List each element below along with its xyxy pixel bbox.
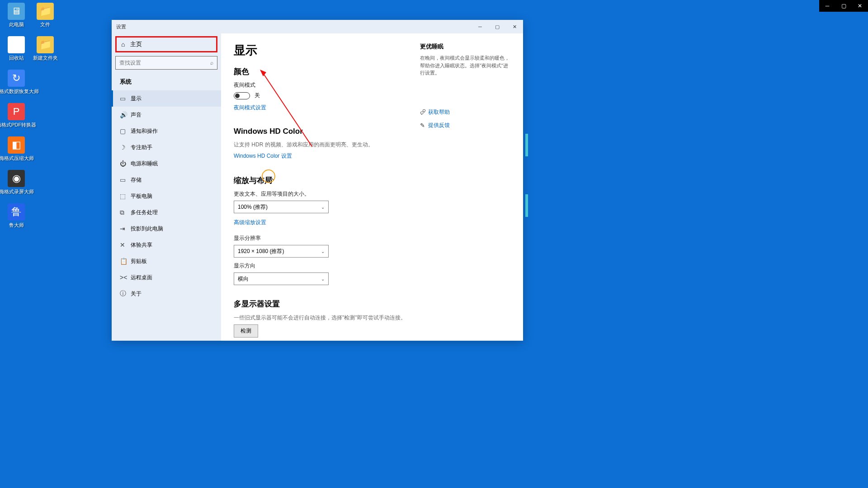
desktop-icon-files[interactable]: 📁文件 — [32, 3, 59, 28]
sidebar: ⌂ 主页 ⌕ 系统 ▭显示🔊声音▢通知和操作☽专注助手⏻电源和睡眠▭存储⬚平板电… — [112, 33, 221, 341]
night-mode-label: 夜间模式 — [234, 81, 411, 89]
page-title: 显示 — [234, 42, 411, 58]
recycle-icon: 🗑 — [8, 36, 25, 53]
recover-icon: ↻ — [8, 70, 25, 87]
search-input-wrap[interactable]: ⌕ — [115, 56, 217, 70]
display-icon: ▭ — [120, 95, 131, 102]
os-close-icon[interactable]: ✕ — [852, 0, 868, 12]
desktop-icon-label: 新建文件夹 — [33, 55, 58, 61]
minimize-icon[interactable]: ─ — [472, 20, 489, 33]
orientation-label: 显示方向 — [234, 262, 411, 270]
sidebar-item-about[interactable]: ⓘ关于 — [112, 286, 221, 302]
sidebar-item-focus[interactable]: ☽专注助手 — [112, 139, 221, 155]
sidebar-item-multitask[interactable]: ⧉多任务处理 — [112, 204, 221, 221]
close-icon[interactable]: ✕ — [506, 20, 523, 33]
section-color: 颜色 — [234, 66, 411, 77]
sidebar-item-label: 显示 — [131, 95, 142, 103]
chevron-down-icon: ⌄ — [321, 205, 325, 210]
sidebar-item-notifications[interactable]: ▢通知和操作 — [112, 123, 221, 139]
desktop-icon-label: 此电脑 — [9, 21, 24, 28]
accent-decor — [525, 194, 528, 217]
hd-desc: 让支持 HDR 的视频、游戏和应用的画面更明亮、更生动。 — [234, 141, 411, 149]
detect-button[interactable]: 检测 — [234, 324, 258, 338]
desktop-icon-label: 嗨格式数据恢复大师 — [0, 88, 39, 95]
remote-icon: >< — [120, 274, 131, 281]
desktop-icon-recycle[interactable]: 🗑回收站 — [3, 36, 30, 61]
desktop-icon-lu[interactable]: 鲁鲁大师 — [3, 203, 30, 229]
sidebar-item-label: 远程桌面 — [131, 274, 152, 282]
section-hd-color: Windows HD Color — [234, 127, 411, 136]
focus-icon: ☽ — [120, 144, 131, 151]
night-mode-settings-link[interactable]: 夜间模式设置 — [234, 104, 266, 112]
resolution-dropdown[interactable]: 868 × 488 (推荐) ⌄ — [234, 245, 329, 258]
sidebar-section-header: 系统 — [112, 74, 221, 90]
maximize-icon[interactable]: ▢ — [489, 20, 506, 33]
accent-decor — [525, 134, 528, 156]
chevron-down-icon: ⌄ — [321, 277, 325, 282]
recorder-icon: ◉ — [8, 170, 25, 187]
sidebar-item-shared[interactable]: ✕体验共享 — [112, 237, 221, 253]
content-aside: 更优睡眠 在晚间，夜间模式会显示较柔和的暖色，帮助你进入睡眠状态。选择"夜间模式… — [420, 42, 510, 336]
scale-dropdown[interactable]: 100% (推荐) ⌄ — [234, 201, 329, 213]
sidebar-item-label: 剪贴板 — [131, 258, 147, 265]
scale-value: 100% (推荐) — [238, 203, 268, 211]
get-help-link[interactable]: 🗪 获取帮助 — [420, 108, 510, 116]
home-button[interactable]: ⌂ 主页 — [115, 36, 217, 52]
newfolder-icon: 📁 — [37, 36, 54, 53]
tablet-icon: ⬚ — [120, 192, 131, 200]
sidebar-item-power[interactable]: ⏻电源和睡眠 — [112, 155, 221, 172]
desktop-icon-recover[interactable]: ↻嗨格式数据恢复大师 — [3, 70, 30, 95]
orientation-value: 横向 — [238, 275, 249, 283]
desktop-icon-label: 嗨格式录屏大师 — [0, 188, 34, 195]
sidebar-item-remote[interactable]: ><远程桌面 — [112, 269, 221, 286]
desktop-icon-recorder[interactable]: ◉嗨格式录屏大师 — [3, 170, 30, 195]
help-icon: 🗪 — [420, 109, 428, 116]
sidebar-item-label: 平板电脑 — [131, 192, 152, 200]
sidebar-item-project[interactable]: ⇥投影到此电脑 — [112, 221, 221, 237]
desktop-icon-pc[interactable]: 🖥此电脑 — [3, 3, 30, 28]
night-mode-toggle[interactable] — [234, 92, 250, 99]
titlebar: 设置 ─ ▢ ✕ — [112, 20, 523, 33]
sidebar-item-sound[interactable]: 🔊声音 — [112, 107, 221, 123]
os-maximize-icon[interactable]: ▢ — [835, 0, 852, 12]
desktop-icon-label: 文件 — [40, 21, 50, 28]
clipboard-icon: 📋 — [120, 258, 131, 265]
home-label: 主页 — [130, 40, 142, 48]
shared-icon: ✕ — [120, 241, 131, 249]
desktop-icon-compress[interactable]: ◧嗨格式压缩大师 — [3, 136, 30, 162]
hd-color-link[interactable]: Windows HD Color 设置 — [234, 152, 292, 160]
content-main: 显示 颜色 夜间模式 关 夜间模式设置 Windows HD Color 让支持… — [234, 42, 411, 336]
desktop-icon-pdf[interactable]: P嗨格式PDF转换器 — [3, 103, 30, 128]
desktop-column-2: 📁文件📁新建文件夹 — [32, 3, 59, 70]
sidebar-item-label: 专注助手 — [131, 144, 152, 151]
search-input[interactable] — [119, 60, 210, 66]
sidebar-item-label: 关于 — [131, 290, 142, 298]
sidebar-item-clipboard[interactable]: 📋剪贴板 — [112, 253, 221, 269]
os-window-controls: ─ ▢ ✕ — [819, 0, 868, 12]
scale-label: 更改文本、应用等项目的大小。 — [234, 190, 411, 198]
sidebar-item-storage[interactable]: ▭存储 — [112, 172, 221, 188]
feedback-link[interactable]: ✎ 提供反馈 — [420, 122, 510, 129]
aside-sleep-title: 更优睡眠 — [420, 42, 510, 51]
files-icon: 📁 — [37, 3, 54, 20]
desktop-icon-newfolder[interactable]: 📁新建文件夹 — [32, 36, 59, 61]
sidebar-item-display[interactable]: ▭显示 — [112, 90, 221, 107]
desktop-icon-label: 嗨格式PDF转换器 — [0, 122, 36, 128]
os-minimize-icon[interactable]: ─ — [819, 0, 835, 12]
sidebar-item-label: 多任务处理 — [131, 209, 158, 216]
notifications-icon: ▢ — [120, 127, 131, 135]
sidebar-item-label: 投影到此电脑 — [131, 225, 163, 233]
advanced-scale-link[interactable]: 高级缩放设置 — [234, 219, 266, 226]
multi-desc: 一些旧式显示器可能不会进行自动连接，选择"检测"即可尝试手动连接。 — [234, 314, 411, 322]
sidebar-item-label: 体验共享 — [131, 241, 152, 249]
settings-window: 设置 ─ ▢ ✕ ⌂ 主页 ⌕ 系统 ▭显示🔊声音▢通知和操作☽专注助手⏻电源和… — [112, 20, 523, 341]
resolution-label: 显示分辨率 — [234, 235, 411, 242]
content-area: 显示 颜色 夜间模式 关 夜间模式设置 Windows HD Color 让支持… — [221, 33, 523, 341]
pdf-icon: P — [8, 103, 25, 120]
multitask-icon: ⧉ — [120, 209, 131, 216]
storage-icon: ▭ — [120, 176, 131, 183]
project-icon: ⇥ — [120, 225, 131, 232]
window-title: 设置 — [116, 23, 126, 30]
orientation-dropdown[interactable]: 横向 ⌄ — [234, 272, 329, 285]
sidebar-item-tablet[interactable]: ⬚平板电脑 — [112, 188, 221, 204]
